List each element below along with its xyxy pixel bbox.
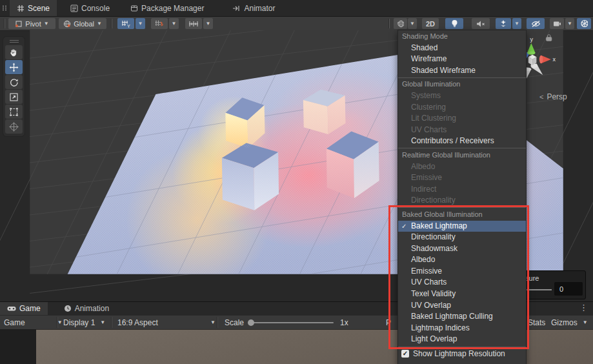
controls-separator (111, 317, 112, 328)
menu-item-contributors-receivers[interactable]: Contributors / Receivers (398, 136, 526, 147)
tab-game[interactable]: Game (0, 302, 48, 315)
hand-tool-button[interactable] (5, 45, 23, 59)
menu-item-directionality: Directionality (398, 195, 526, 207)
global-label: Global (74, 20, 94, 28)
console-icon (70, 5, 78, 12)
tab-package-manager[interactable]: Package Manager (123, 0, 211, 16)
menu-item-label: Shadowmask (411, 243, 457, 255)
menu-item-uv-charts[interactable]: UV Charts (398, 277, 526, 288)
menu-divider (398, 77, 526, 78)
menu-item-label: Wireframe (411, 54, 447, 65)
grid-visibility-toggle[interactable]: Y (117, 18, 134, 29)
menu-item-label: Emissive (411, 266, 442, 278)
panel-menu-icon[interactable]: ⋮ (579, 303, 588, 312)
move-tool-button[interactable] (5, 60, 23, 74)
menu-item-texel-validity[interactable]: Texel Validity (398, 288, 526, 300)
palette-drag-handle[interactable] (3, 38, 25, 45)
snap-increment-button[interactable] (151, 18, 168, 29)
ruler-icon (188, 20, 199, 28)
menu-divider (398, 207, 526, 208)
rotate-tool-button[interactable] (5, 75, 23, 89)
aspect-ratio-dropdown[interactable]: 16:9 Aspect ▼ (114, 316, 219, 329)
menu-item-shaded-wireframe[interactable]: Shaded Wireframe (398, 65, 526, 77)
menu-item-shadowmask[interactable]: Shadowmask (398, 243, 526, 255)
scene-icon (17, 5, 25, 12)
lighting-toggle[interactable] (445, 18, 463, 29)
tab-animator[interactable]: Animator (225, 0, 282, 16)
draw-mode-button[interactable] (394, 18, 407, 29)
controls-separator (57, 317, 57, 328)
display-dropdown[interactable]: Display 1 ▼ (59, 316, 109, 329)
tab-scene[interactable]: Scene (10, 0, 57, 16)
scale-tool-button[interactable] (5, 90, 23, 104)
menu-item-baked-lightmap[interactable]: ✓Baked Lightmap (398, 221, 526, 232)
2d-toggle[interactable]: 2D (422, 18, 439, 29)
stats-button[interactable]: Stats (524, 316, 549, 329)
snap-settings-dropdown[interactable]: ▼ (203, 18, 213, 29)
gamepad-icon (7, 305, 16, 312)
menu-item-light-overlap[interactable]: Light Overlap (398, 334, 526, 345)
orbit-sphere-icon (580, 19, 588, 28)
menu-item-emissive[interactable]: Emissive (398, 266, 526, 278)
scene-toolbar: Pivot ▼ Global ▼ Y ▼ ▼ ▼ ▼ 2D (0, 17, 593, 31)
tab-game-label: Game (19, 304, 41, 313)
menu-item-label: Lightmap Indices (411, 323, 470, 334)
menu-item-uv-overlap[interactable]: UV Overlap (398, 300, 526, 312)
rect-tool-button[interactable] (5, 105, 23, 119)
draw-mode-dropdown[interactable]: ▼ (408, 18, 417, 29)
persp-label: Persp (547, 92, 567, 101)
play-focused-dropdown[interactable]: P (382, 316, 395, 329)
gizmos-dropdown[interactable]: Gizmos ▼ (547, 316, 592, 329)
component-editor-tools-toggle[interactable] (577, 18, 591, 29)
checkbox-icon[interactable]: ✓ (401, 350, 409, 358)
menu-item-label: Directionality (411, 232, 456, 243)
pivot-mode-dropdown[interactable]: Pivot ▼ (8, 18, 55, 29)
tab-scene-label: Scene (28, 4, 50, 13)
chevron-down-icon: ▼ (97, 21, 102, 26)
menu-item-clustering: Clustering (398, 102, 526, 114)
menu-item-label: Shaded Wireframe (411, 65, 476, 77)
persp-icon: < (539, 93, 543, 101)
tab-animation[interactable]: Animation (57, 302, 116, 315)
snap-grid-icon (155, 19, 164, 28)
speaker-muted-icon (476, 20, 485, 28)
menu-item-baked-lightmap-culling[interactable]: Baked Lightmap Culling (398, 311, 526, 323)
snap-settings-button[interactable] (185, 18, 202, 29)
scale-slider[interactable] (248, 322, 334, 323)
projection-mode[interactable]: < Persp (539, 92, 567, 101)
play-focused-partial-label: P (386, 318, 391, 327)
global-mode-dropdown[interactable]: Global ▼ (59, 18, 106, 29)
scale-icon (9, 92, 19, 102)
menu-item-label: Albedo (411, 254, 435, 266)
camera-settings-dropdown[interactable]: ▼ (565, 18, 574, 29)
menu-item-label: Light Overlap (411, 334, 457, 345)
menu-item-directionality[interactable]: Directionality (398, 232, 526, 243)
audio-mute-toggle[interactable] (472, 18, 490, 29)
menu-item-uv-charts: UV Charts (398, 125, 526, 136)
grid-visibility-dropdown[interactable]: ▼ (136, 18, 145, 29)
menu-item-shaded[interactable]: Shaded (398, 43, 526, 54)
menu-item-label: Baked Lightmap Culling (411, 311, 493, 323)
exposure-value-field[interactable]: 0 (554, 282, 583, 296)
controls-separator (217, 317, 217, 328)
tab-package-manager-label: Package Manager (141, 4, 204, 13)
camera-settings-button[interactable] (550, 18, 564, 29)
tab-animator-label: Animator (244, 4, 275, 13)
scene-effects-toggle[interactable] (496, 18, 511, 29)
effects-icon (499, 19, 508, 28)
scale-slider-knob[interactable] (248, 319, 254, 326)
scene-visibility-toggle[interactable] (527, 18, 545, 29)
scene-effects-dropdown[interactable]: ▼ (512, 18, 521, 29)
snap-increment-dropdown[interactable]: ▼ (169, 18, 179, 29)
menu-item-show-lightmap-resolution[interactable]: ✓Show Lightmap Resolution (398, 348, 526, 359)
toolbar-separator (4, 19, 5, 28)
tab-console[interactable]: Console (63, 0, 117, 16)
show-lightmap-resolution-label: Show Lightmap Resolution (413, 349, 505, 358)
menu-item-lightmap-indices[interactable]: Lightmap Indices (398, 323, 526, 334)
menu-item-albedo[interactable]: Albedo (398, 254, 526, 266)
menu-item-label: Indirect (411, 184, 436, 196)
rect-transform-icon (9, 107, 19, 117)
toolbar-separator (111, 19, 112, 28)
menu-item-wireframe[interactable]: Wireframe (398, 54, 526, 65)
transform-tool-button[interactable] (5, 119, 23, 134)
